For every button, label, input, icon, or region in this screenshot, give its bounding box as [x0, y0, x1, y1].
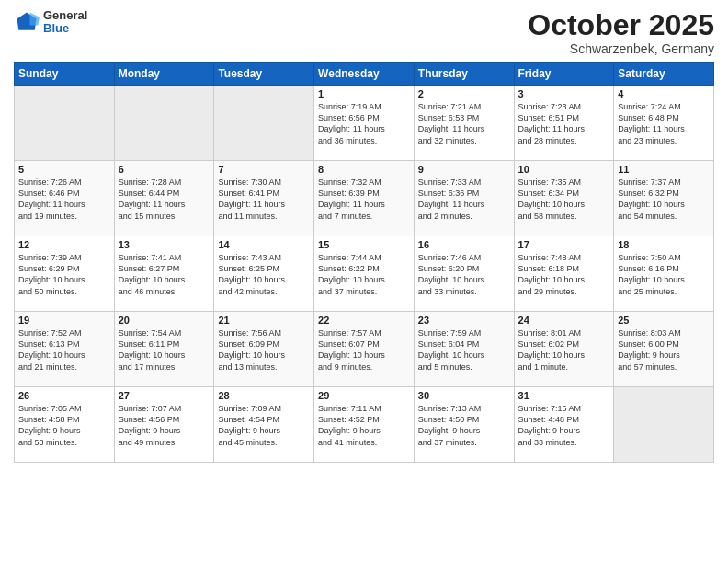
day-info: Sunrise: 7:48 AM Sunset: 6:18 PM Dayligh…	[518, 252, 610, 297]
day-number: 25	[618, 315, 710, 326]
day-number: 30	[418, 390, 510, 401]
calendar-cell: 20Sunrise: 7:54 AM Sunset: 6:11 PM Dayli…	[114, 312, 214, 387]
day-info: Sunrise: 7:05 AM Sunset: 4:58 PM Dayligh…	[18, 403, 110, 448]
calendar-cell: 18Sunrise: 7:50 AM Sunset: 6:16 PM Dayli…	[614, 236, 714, 312]
day-info: Sunrise: 7:07 AM Sunset: 4:56 PM Dayligh…	[119, 403, 210, 448]
day-info: Sunrise: 7:19 AM Sunset: 6:56 PM Dayligh…	[318, 101, 410, 146]
day-number: 16	[418, 239, 510, 250]
day-info: Sunrise: 7:21 AM Sunset: 6:53 PM Dayligh…	[418, 101, 510, 146]
calendar-week-5: 26Sunrise: 7:05 AM Sunset: 4:58 PM Dayli…	[15, 387, 714, 463]
month-title: October 2025	[528, 9, 714, 41]
day-info: Sunrise: 7:23 AM Sunset: 6:51 PM Dayligh…	[518, 101, 610, 146]
calendar-table: SundayMondayTuesdayWednesdayThursdayFrid…	[14, 62, 714, 463]
day-number: 7	[218, 164, 310, 175]
calendar-cell: 5Sunrise: 7:26 AM Sunset: 6:46 PM Daylig…	[15, 161, 115, 236]
calendar-cell: 13Sunrise: 7:41 AM Sunset: 6:27 PM Dayli…	[114, 236, 214, 312]
calendar-cell: 10Sunrise: 7:35 AM Sunset: 6:34 PM Dayli…	[514, 161, 614, 236]
logo-icon	[14, 9, 40, 35]
calendar-cell: 15Sunrise: 7:44 AM Sunset: 6:22 PM Dayli…	[314, 236, 415, 312]
day-info: Sunrise: 8:01 AM Sunset: 6:02 PM Dayligh…	[518, 327, 610, 373]
calendar-week-2: 5Sunrise: 7:26 AM Sunset: 6:46 PM Daylig…	[15, 161, 714, 236]
day-number: 2	[418, 88, 510, 99]
page: General Blue October 2025 Schwarzenbek, …	[0, 0, 728, 563]
day-info: Sunrise: 7:28 AM Sunset: 6:44 PM Dayligh…	[119, 177, 210, 222]
calendar-cell	[114, 86, 214, 161]
day-number: 6	[119, 164, 210, 175]
calendar-cell: 23Sunrise: 7:59 AM Sunset: 6:04 PM Dayli…	[414, 312, 514, 387]
calendar-cell: 1Sunrise: 7:19 AM Sunset: 6:56 PM Daylig…	[314, 86, 415, 161]
calendar-cell: 17Sunrise: 7:48 AM Sunset: 6:18 PM Dayli…	[514, 236, 614, 312]
calendar-cell: 11Sunrise: 7:37 AM Sunset: 6:32 PM Dayli…	[614, 161, 714, 236]
calendar-cell: 28Sunrise: 7:09 AM Sunset: 4:54 PM Dayli…	[214, 387, 314, 463]
day-info: Sunrise: 7:24 AM Sunset: 6:48 PM Dayligh…	[618, 101, 710, 146]
calendar-cell: 21Sunrise: 7:56 AM Sunset: 6:09 PM Dayli…	[214, 312, 314, 387]
day-number: 22	[318, 315, 410, 326]
calendar-header-friday: Friday	[514, 63, 614, 86]
calendar-cell: 27Sunrise: 7:07 AM Sunset: 4:56 PM Dayli…	[114, 387, 214, 463]
day-info: Sunrise: 7:35 AM Sunset: 6:34 PM Dayligh…	[518, 177, 610, 222]
calendar-cell: 29Sunrise: 7:11 AM Sunset: 4:52 PM Dayli…	[314, 387, 415, 463]
calendar-header-wednesday: Wednesday	[314, 63, 415, 86]
calendar-cell: 22Sunrise: 7:57 AM Sunset: 6:07 PM Dayli…	[314, 312, 415, 387]
day-info: Sunrise: 7:44 AM Sunset: 6:22 PM Dayligh…	[318, 252, 410, 297]
day-number: 24	[518, 315, 610, 326]
day-number: 23	[418, 315, 510, 326]
calendar-cell	[614, 387, 714, 463]
day-info: Sunrise: 7:26 AM Sunset: 6:46 PM Dayligh…	[18, 177, 110, 222]
calendar-header-tuesday: Tuesday	[214, 63, 314, 86]
day-number: 8	[318, 164, 410, 175]
day-info: Sunrise: 7:13 AM Sunset: 4:50 PM Dayligh…	[418, 403, 510, 448]
logo: General Blue	[14, 9, 87, 36]
day-number: 29	[318, 390, 410, 401]
day-info: Sunrise: 7:56 AM Sunset: 6:09 PM Dayligh…	[218, 327, 310, 373]
day-number: 27	[119, 390, 210, 401]
calendar-header-row: SundayMondayTuesdayWednesdayThursdayFrid…	[15, 63, 714, 86]
header: General Blue October 2025 Schwarzenbek, …	[14, 9, 714, 56]
calendar-cell: 3Sunrise: 7:23 AM Sunset: 6:51 PM Daylig…	[514, 86, 614, 161]
calendar-week-1: 1Sunrise: 7:19 AM Sunset: 6:56 PM Daylig…	[15, 86, 714, 161]
day-number: 31	[518, 390, 610, 401]
calendar-cell: 30Sunrise: 7:13 AM Sunset: 4:50 PM Dayli…	[414, 387, 514, 463]
calendar-cell: 26Sunrise: 7:05 AM Sunset: 4:58 PM Dayli…	[15, 387, 115, 463]
day-info: Sunrise: 7:15 AM Sunset: 4:48 PM Dayligh…	[518, 403, 610, 448]
calendar-cell	[214, 86, 314, 161]
day-info: Sunrise: 7:33 AM Sunset: 6:36 PM Dayligh…	[418, 177, 510, 222]
day-number: 19	[18, 315, 110, 326]
day-number: 5	[18, 164, 110, 175]
day-info: Sunrise: 7:59 AM Sunset: 6:04 PM Dayligh…	[418, 327, 510, 373]
day-number: 14	[218, 239, 310, 250]
day-number: 12	[18, 239, 110, 250]
svg-marker-1	[30, 13, 40, 26]
calendar-cell: 4Sunrise: 7:24 AM Sunset: 6:48 PM Daylig…	[614, 86, 714, 161]
calendar-cell: 14Sunrise: 7:43 AM Sunset: 6:25 PM Dayli…	[214, 236, 314, 312]
title-block: October 2025 Schwarzenbek, Germany	[528, 9, 714, 56]
day-number: 28	[218, 390, 310, 401]
day-info: Sunrise: 8:03 AM Sunset: 6:00 PM Dayligh…	[618, 327, 710, 373]
calendar-week-4: 19Sunrise: 7:52 AM Sunset: 6:13 PM Dayli…	[15, 312, 714, 387]
calendar-cell: 16Sunrise: 7:46 AM Sunset: 6:20 PM Dayli…	[414, 236, 514, 312]
logo-blue: Blue	[43, 22, 87, 35]
day-number: 9	[418, 164, 510, 175]
day-number: 3	[518, 88, 610, 99]
calendar-cell: 31Sunrise: 7:15 AM Sunset: 4:48 PM Dayli…	[514, 387, 614, 463]
day-info: Sunrise: 7:50 AM Sunset: 6:16 PM Dayligh…	[618, 252, 710, 297]
day-info: Sunrise: 7:09 AM Sunset: 4:54 PM Dayligh…	[218, 403, 310, 448]
day-info: Sunrise: 7:41 AM Sunset: 6:27 PM Dayligh…	[119, 252, 210, 297]
logo-general: General	[43, 9, 87, 22]
day-number: 4	[618, 88, 710, 99]
calendar-cell: 6Sunrise: 7:28 AM Sunset: 6:44 PM Daylig…	[114, 161, 214, 236]
logo-text: General Blue	[43, 9, 87, 36]
day-info: Sunrise: 7:52 AM Sunset: 6:13 PM Dayligh…	[18, 327, 110, 373]
day-number: 15	[318, 239, 410, 250]
calendar-cell: 19Sunrise: 7:52 AM Sunset: 6:13 PM Dayli…	[15, 312, 115, 387]
day-info: Sunrise: 7:46 AM Sunset: 6:20 PM Dayligh…	[418, 252, 510, 297]
day-info: Sunrise: 7:30 AM Sunset: 6:41 PM Dayligh…	[218, 177, 310, 222]
day-number: 20	[119, 315, 210, 326]
day-info: Sunrise: 7:11 AM Sunset: 4:52 PM Dayligh…	[318, 403, 410, 448]
day-number: 13	[119, 239, 210, 250]
day-number: 1	[318, 88, 410, 99]
calendar-cell: 12Sunrise: 7:39 AM Sunset: 6:29 PM Dayli…	[15, 236, 115, 312]
calendar-cell: 7Sunrise: 7:30 AM Sunset: 6:41 PM Daylig…	[214, 161, 314, 236]
day-number: 10	[518, 164, 610, 175]
calendar-header-thursday: Thursday	[414, 63, 514, 86]
